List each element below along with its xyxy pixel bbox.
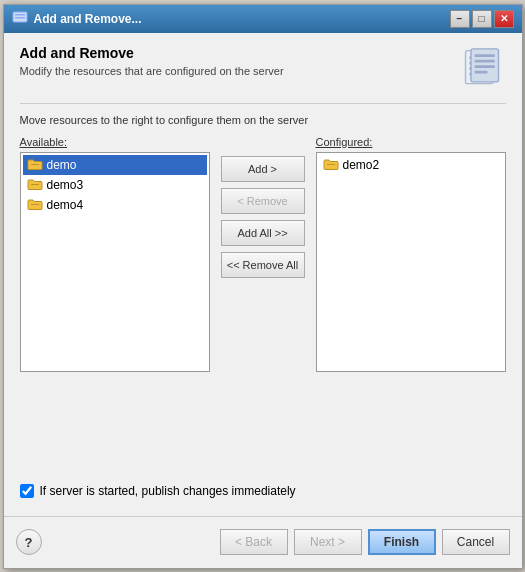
add-all-button[interactable]: Add All >> [221, 220, 305, 246]
publish-checkbox-section: If server is started, publish changes im… [20, 478, 506, 504]
server-icon [458, 45, 506, 93]
list-item-text: demo [47, 158, 77, 172]
configured-label: Configured: [316, 136, 506, 148]
folder-icon [27, 177, 43, 193]
folder-icon [27, 157, 43, 173]
dialog-content: Add and Remove Modify the resources that… [4, 33, 522, 516]
publish-checkbox[interactable] [20, 484, 34, 498]
svg-rect-13 [31, 164, 39, 165]
list-item-text: demo2 [343, 158, 380, 172]
configured-panel: Configured: demo2 [316, 136, 506, 372]
maximize-button[interactable]: □ [472, 10, 492, 28]
available-listbox[interactable]: demo demo3 [20, 152, 210, 372]
cancel-button[interactable]: Cancel [442, 529, 510, 555]
svg-rect-15 [31, 204, 39, 205]
window-title: Add and Remove... [34, 12, 444, 26]
svg-rect-1 [15, 14, 25, 16]
svg-rect-10 [474, 59, 494, 62]
svg-rect-11 [474, 65, 494, 68]
folder-icon [323, 157, 339, 173]
list-item[interactable]: demo [23, 155, 207, 175]
folder-icon [27, 197, 43, 213]
list-item[interactable]: demo2 [319, 155, 503, 175]
remove-all-button[interactable]: << Remove All [221, 252, 305, 278]
remove-button[interactable]: < Remove [221, 188, 305, 214]
finish-button[interactable]: Finish [368, 529, 436, 555]
svg-rect-8 [471, 48, 499, 81]
svg-rect-14 [31, 184, 39, 185]
main-window: Add and Remove... − □ ✕ Add and Remove M… [3, 4, 523, 569]
title-bar-controls: − □ ✕ [450, 10, 514, 28]
svg-rect-16 [327, 164, 335, 165]
transfer-buttons: Add > < Remove Add All >> << Remove All [218, 136, 308, 278]
svg-rect-12 [474, 70, 487, 73]
help-button[interactable]: ? [16, 529, 42, 555]
header-text: Add and Remove Modify the resources that… [20, 45, 284, 77]
publish-label: If server is started, publish changes im… [40, 484, 296, 498]
back-button[interactable]: < Back [220, 529, 288, 555]
svg-rect-9 [474, 54, 494, 57]
lists-section: Available: demo [20, 136, 506, 468]
dialog-subtitle: Modify the resources that are configured… [20, 65, 284, 77]
dialog-title: Add and Remove [20, 45, 284, 61]
available-panel: Available: demo [20, 136, 210, 372]
add-button[interactable]: Add > [221, 156, 305, 182]
list-item[interactable]: demo4 [23, 195, 207, 215]
next-button[interactable]: Next > [294, 529, 362, 555]
instruction-text: Move resources to the right to configure… [20, 114, 506, 126]
close-button[interactable]: ✕ [494, 10, 514, 28]
header-section: Add and Remove Modify the resources that… [20, 45, 506, 104]
list-item-text: demo3 [47, 178, 84, 192]
configured-listbox[interactable]: demo2 [316, 152, 506, 372]
dialog-footer: ? < Back Next > Finish Cancel [4, 516, 522, 568]
list-item-text: demo4 [47, 198, 84, 212]
svg-rect-2 [15, 17, 25, 19]
window-icon [12, 9, 28, 28]
minimize-button[interactable]: − [450, 10, 470, 28]
list-item[interactable]: demo3 [23, 175, 207, 195]
available-label: Available: [20, 136, 210, 148]
title-bar: Add and Remove... − □ ✕ [4, 5, 522, 33]
